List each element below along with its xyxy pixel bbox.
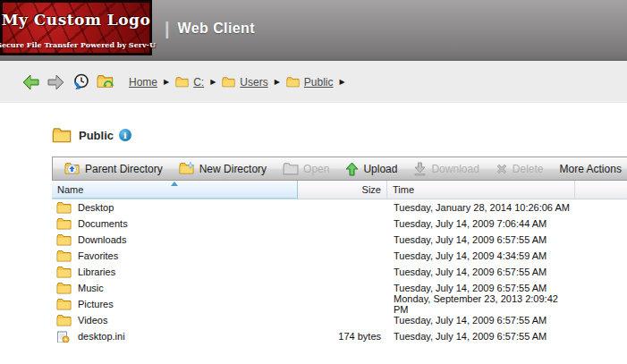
header-banner: My Custom Logo Secure File Transfer Powe… xyxy=(0,0,627,61)
table-row[interactable]: desktop.ini 174 bytes Tuesday, July 14, … xyxy=(52,328,627,344)
folder-icon xyxy=(56,298,72,310)
column-header-time[interactable]: Time xyxy=(387,181,575,199)
table-row[interactable]: Desktop Tuesday, January 28, 2014 10:26:… xyxy=(52,199,627,216)
breadcrumb-public[interactable]: Public xyxy=(304,76,334,89)
page-title-row: Public i xyxy=(52,124,627,146)
toolbar: Parent Directory New Directory Open xyxy=(52,157,627,181)
breadcrumb-separator-icon: ▶ xyxy=(340,78,345,86)
info-icon[interactable]: i xyxy=(119,129,131,141)
button-label: Parent Directory xyxy=(85,163,163,175)
time-cell: Tuesday, July 14, 2009 6:57:55 AM xyxy=(387,234,575,245)
name-cell: Favorites xyxy=(52,250,298,262)
table-row[interactable]: Downloads Tuesday, July 14, 2009 6:57:55… xyxy=(52,232,627,248)
column-label: Name xyxy=(57,184,83,195)
file-icon xyxy=(56,330,72,343)
x-mark-icon xyxy=(496,163,508,175)
title-separator: | xyxy=(165,20,170,38)
file-grid: Name Size Time Desktop Tuesday, January … xyxy=(52,181,627,344)
folder-icon xyxy=(175,76,189,88)
name-cell: desktop.ini xyxy=(52,330,298,343)
folder-icon xyxy=(286,76,300,88)
folder-icon xyxy=(56,266,72,278)
folder-icon xyxy=(52,127,72,143)
breadcrumb-separator-icon: ▶ xyxy=(164,78,169,86)
folder-icon xyxy=(56,233,72,246)
name-cell: Pictures xyxy=(52,298,298,310)
folder-icon xyxy=(56,314,72,326)
folder-icon xyxy=(56,250,72,262)
app-title: Web Client xyxy=(178,21,255,37)
table-row[interactable]: Documents Tuesday, July 14, 2009 7:06:44… xyxy=(52,216,627,232)
button-label: More Actions xyxy=(560,163,622,175)
back-arrow-icon[interactable] xyxy=(21,73,39,91)
folder-icon xyxy=(56,217,72,230)
button-label: Download xyxy=(431,163,479,175)
forward-arrow-icon[interactable] xyxy=(47,73,64,91)
custom-logo: My Custom Logo Secure File Transfer Powe… xyxy=(0,0,152,55)
folder-up-icon xyxy=(64,162,80,175)
grid-header: Name Size Time xyxy=(52,181,627,199)
arrow-up-green-icon xyxy=(345,162,359,176)
folder-icon xyxy=(222,76,235,88)
button-label: Upload xyxy=(363,163,397,175)
name-cell: Music xyxy=(52,282,298,294)
logo-title: My Custom Logo xyxy=(2,11,151,29)
parent-directory-button[interactable]: Parent Directory xyxy=(58,158,169,179)
breadcrumb-separator-icon: ▶ xyxy=(210,78,216,86)
breadcrumb: Home ▶ C: ▶ Users ▶ Public ▶ xyxy=(129,76,352,89)
time-cell: Monday, September 23, 2013 2:09:42 PM xyxy=(387,293,575,315)
column-header-filler xyxy=(575,181,627,199)
size-cell: 174 bytes xyxy=(298,331,387,342)
logo-artwork: My Custom Logo Secure File Transfer Powe… xyxy=(3,3,149,53)
page-title: Public xyxy=(79,129,114,142)
button-label: New Directory xyxy=(199,163,267,175)
grid-body: Desktop Tuesday, January 28, 2014 10:26:… xyxy=(52,199,627,344)
history-clock-icon[interactable] xyxy=(72,73,89,91)
column-label: Size xyxy=(362,184,381,195)
navigation-bar: Home ▶ C: ▶ Users ▶ Public ▶ xyxy=(0,61,627,103)
time-cell: Tuesday, July 14, 2009 7:06:44 AM xyxy=(387,218,575,229)
delete-button[interactable]: Delete xyxy=(489,158,550,179)
time-cell: Tuesday, July 14, 2009 4:34:59 AM xyxy=(387,250,575,261)
open-button[interactable]: Open xyxy=(276,158,335,179)
folder-new-icon xyxy=(179,162,195,175)
name-cell: Downloads xyxy=(52,233,298,246)
name-cell: Libraries xyxy=(52,266,298,278)
table-row[interactable]: Libraries Tuesday, July 14, 2009 6:57:55… xyxy=(52,264,627,280)
name-cell: Documents xyxy=(52,217,298,230)
new-directory-button[interactable]: New Directory xyxy=(173,158,273,179)
column-header-name[interactable]: Name xyxy=(52,181,298,199)
table-row[interactable]: Favorites Tuesday, July 14, 2009 4:34:59… xyxy=(52,248,627,264)
folder-open-icon xyxy=(283,162,299,175)
name-cell: Videos xyxy=(52,314,298,326)
more-actions-button[interactable]: More Actions ▼ xyxy=(554,158,627,179)
button-label: Open xyxy=(303,163,329,175)
folder-icon xyxy=(56,282,72,294)
arrow-down-gray-icon xyxy=(413,162,427,176)
folder-refresh-icon[interactable] xyxy=(97,73,114,91)
logo-subtitle: Secure File Transfer Powered by Serv-U xyxy=(0,40,156,49)
column-label: Time xyxy=(393,184,414,195)
breadcrumb-users[interactable]: Users xyxy=(240,76,267,89)
breadcrumb-separator-icon: ▶ xyxy=(275,78,280,86)
table-row[interactable]: Pictures Monday, September 23, 2013 2:09… xyxy=(52,296,627,312)
time-cell: Tuesday, July 14, 2009 6:57:55 AM xyxy=(387,315,575,326)
time-cell: Tuesday, July 14, 2009 6:57:55 AM xyxy=(387,267,575,277)
serv-u-web-client: My Custom Logo Secure File Transfer Powe… xyxy=(0,0,627,364)
upload-button[interactable]: Upload xyxy=(339,158,403,179)
sort-ascending-icon xyxy=(171,182,178,186)
breadcrumb-home[interactable]: Home xyxy=(129,76,157,89)
name-cell: Desktop xyxy=(52,201,298,214)
button-label: Delete xyxy=(513,163,544,175)
breadcrumb-c-drive[interactable]: C: xyxy=(193,76,204,89)
time-cell: Tuesday, January 28, 2014 10:26:06 AM xyxy=(387,202,575,213)
time-cell: Tuesday, July 14, 2009 6:57:55 AM xyxy=(387,283,575,293)
time-cell: Tuesday, July 14, 2009 6:57:55 AM xyxy=(387,331,575,342)
column-header-size[interactable]: Size xyxy=(298,181,387,199)
download-button[interactable]: Download xyxy=(407,158,485,179)
folder-icon xyxy=(56,201,72,214)
table-row[interactable]: Videos Tuesday, July 14, 2009 6:57:55 AM xyxy=(52,312,627,328)
